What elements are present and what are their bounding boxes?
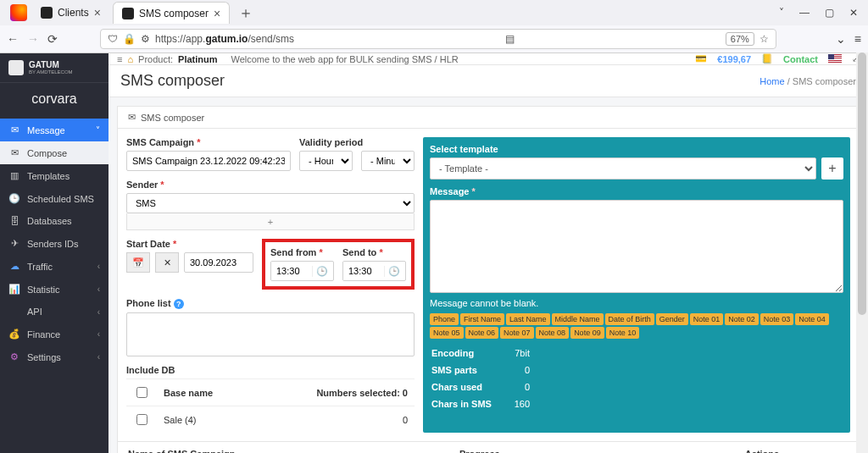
- message-textarea[interactable]: [430, 200, 843, 293]
- hours-select[interactable]: - Hours (24) -: [299, 151, 353, 171]
- merge-tag[interactable]: Note 06: [465, 327, 499, 339]
- sidebar-item-compose[interactable]: ✉Compose: [0, 141, 108, 164]
- merge-tag[interactable]: First Name: [460, 313, 504, 325]
- sidebar-label: Statistic: [27, 285, 60, 295]
- new-tab-button[interactable]: ＋: [238, 3, 253, 23]
- col-base-name: Base name: [157, 379, 253, 406]
- nav-forward-button: →: [27, 32, 39, 46]
- merge-tag[interactable]: Last Name: [506, 313, 550, 325]
- home-icon[interactable]: ⌂: [127, 54, 133, 64]
- sms-stats: Encoding7bitSMS parts0Chars used0Chars i…: [430, 344, 531, 413]
- calendar-icon[interactable]: 📅: [126, 252, 150, 273]
- product-name: Platinum: [178, 54, 217, 64]
- table-row[interactable]: Sale (4) 0: [126, 406, 415, 434]
- sidebar-icon: ⚙: [8, 351, 20, 362]
- window-maximize-button[interactable]: ▢: [825, 7, 834, 19]
- merge-tag[interactable]: Gender: [656, 313, 688, 325]
- minutes-select[interactable]: - Minutes (00) -: [361, 151, 415, 171]
- sidebar-item-finance[interactable]: 💰Finance‹: [0, 323, 108, 345]
- menu-icon[interactable]: ≡: [854, 32, 861, 46]
- add-template-button[interactable]: +: [821, 157, 843, 180]
- sidebar-item-templates[interactable]: ▥Templates: [0, 164, 108, 187]
- firefox-logo: [10, 4, 27, 21]
- validity-label: Validity period: [299, 137, 415, 147]
- sidebar-item-statistic[interactable]: 📊Statistic‹: [0, 278, 108, 301]
- window-dropdown-icon[interactable]: ˅: [779, 7, 784, 19]
- sidebar-item-scheduled-sms[interactable]: 🕒Scheduled SMS: [0, 187, 108, 210]
- merge-tag[interactable]: Phone: [430, 313, 459, 325]
- close-icon[interactable]: ×: [214, 7, 220, 20]
- sidebar-icon: 📊: [8, 284, 20, 295]
- sidebar-item-message[interactable]: ✉Message˅: [0, 119, 108, 141]
- sidebar-item-api[interactable]: API‹: [0, 301, 108, 323]
- clock-icon[interactable]: 🕒: [384, 266, 403, 277]
- sidebar-label: API: [27, 307, 42, 317]
- row-checkbox[interactable]: [136, 414, 147, 425]
- merge-tag[interactable]: Note 08: [536, 327, 570, 339]
- sender-select[interactable]: SMS: [126, 193, 415, 213]
- stat-key: Chars used: [431, 379, 494, 395]
- hamburger-icon[interactable]: ≡: [117, 54, 122, 64]
- sidebar-icon: 🗄: [8, 216, 20, 226]
- sender-label: Sender *: [126, 180, 415, 190]
- pocket-icon[interactable]: ⌄: [836, 32, 846, 46]
- add-sender-button[interactable]: +: [126, 213, 415, 230]
- merge-tag[interactable]: Note 04: [795, 313, 829, 325]
- clear-date-button[interactable]: ✕: [155, 252, 179, 273]
- browser-tab-clients[interactable]: Clients ×: [32, 2, 109, 24]
- merge-tag[interactable]: Note 03: [760, 313, 794, 325]
- sidebar-item-settings[interactable]: ⚙Settings‹: [0, 345, 108, 368]
- merge-tag[interactable]: Note 07: [500, 327, 534, 339]
- send-from-input[interactable]: [271, 262, 312, 280]
- merge-tag[interactable]: Note 02: [725, 313, 759, 325]
- merge-tag[interactable]: Note 09: [570, 327, 604, 339]
- window-close-button[interactable]: ✕: [849, 7, 858, 19]
- sidebar-item-senders-ids[interactable]: ✈Senders IDs: [0, 232, 108, 255]
- merge-tag[interactable]: Date of Birth: [605, 313, 654, 325]
- template-select[interactable]: - Template -: [430, 157, 816, 180]
- col-numbers-selected: Numbers selected: 0: [253, 379, 415, 406]
- merge-tag[interactable]: Note 05: [430, 327, 464, 339]
- merge-tag[interactable]: Middle Name: [552, 313, 604, 325]
- breadcrumb-home[interactable]: Home: [760, 76, 784, 86]
- contact-link[interactable]: Contact: [783, 54, 818, 64]
- zoom-badge[interactable]: 67%: [726, 32, 754, 46]
- sidebar-label: Message: [27, 125, 65, 135]
- scrollbar-thumb[interactable]: [858, 52, 866, 315]
- help-icon[interactable]: ?: [174, 299, 184, 309]
- breadcrumb: Home / SMS composer: [760, 76, 856, 86]
- phone-list-input[interactable]: [126, 312, 415, 356]
- panel-title: SMS composer: [141, 113, 204, 123]
- reader-mode-icon[interactable]: ▤: [505, 33, 515, 45]
- send-to-input[interactable]: [343, 262, 384, 280]
- stat-key: Encoding: [431, 345, 494, 361]
- sidebar-label: Compose: [27, 148, 67, 158]
- campaign-input[interactable]: [126, 151, 291, 171]
- tab-title: Clients: [58, 7, 89, 19]
- lang-flag-icon[interactable]: [828, 54, 842, 64]
- page-title: SMS composer: [120, 72, 225, 90]
- message-label: Message *: [430, 186, 843, 196]
- close-icon[interactable]: ×: [94, 6, 101, 19]
- merge-tag[interactable]: Note 10: [606, 327, 640, 339]
- window-minimize-button[interactable]: —: [799, 7, 810, 19]
- brand-logo: [8, 60, 24, 75]
- browser-tab-sms-composer[interactable]: SMS composer ×: [113, 2, 230, 24]
- merge-tag[interactable]: Note 01: [690, 313, 724, 325]
- phone-list-label: Phone list ?: [126, 298, 415, 309]
- url-bar[interactable]: 🛡 🔒 ⚙ https://app.gatum.io/send/sms ▤ 67…: [100, 29, 776, 49]
- stat-value: 160: [496, 396, 530, 412]
- bookmark-star-icon[interactable]: ☆: [760, 33, 769, 45]
- sidebar-label: Traffic: [27, 262, 53, 272]
- balance-value[interactable]: €199,67: [717, 54, 751, 64]
- clock-icon[interactable]: 🕒: [312, 266, 331, 277]
- sidebar-item-traffic[interactable]: ☁Traffic‹: [0, 255, 108, 278]
- brand: GATUM BY AMDTELECOM: [0, 53, 108, 83]
- start-date-input[interactable]: [184, 252, 253, 273]
- scrollbar[interactable]: [856, 52, 868, 453]
- chevron-icon: ˅: [96, 125, 100, 135]
- select-all-checkbox[interactable]: [136, 387, 147, 398]
- nav-reload-button[interactable]: ⟳: [47, 32, 58, 46]
- nav-back-button[interactable]: ←: [7, 32, 19, 46]
- sidebar-item-databases[interactable]: 🗄Databases: [0, 210, 108, 232]
